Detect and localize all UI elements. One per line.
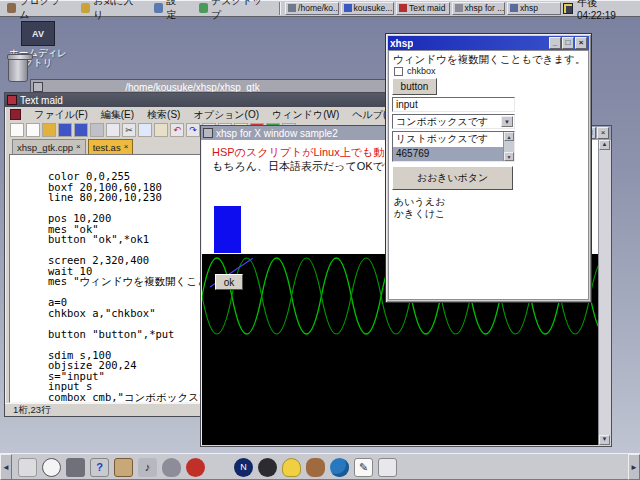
window-icon [7,95,17,105]
bottom-panel [0,453,640,480]
window-title: xhsp [390,38,413,49]
gnome-foot-icon[interactable] [162,458,181,477]
menu-label: お気に入り [93,0,140,22]
paste-icon[interactable] [154,123,168,137]
menu-programs[interactable]: プログラム [0,0,74,16]
combo-dropdown-icon[interactable] [501,116,513,127]
home-directory-icon: AV [21,21,55,46]
print-icon[interactable] [90,123,104,137]
scroll-up-icon[interactable]: ▲ [504,132,514,141]
panel-hide-right-button[interactable] [628,454,640,480]
settings-menu-icon [154,3,163,13]
programs-menu-icon [7,3,16,13]
top-panel: プログラム お気に入り 設定 デスクトップ /home/ko... kousuk… [0,0,640,17]
panel-separator [279,2,281,15]
menu-options[interactable]: オプション(O) [193,108,259,122]
trash-icon [8,56,28,82]
folder-window-icon [344,4,352,12]
save-icon[interactable] [58,123,72,137]
ok-button[interactable]: ok [215,274,243,290]
lightbulb-icon[interactable] [282,458,301,477]
cut-icon[interactable] [122,123,136,137]
new-file-icon[interactable] [10,123,24,137]
menu-edit[interactable]: 編集(E) [101,108,134,122]
notes-icon[interactable] [354,458,373,477]
fish-icon[interactable] [306,458,325,477]
tab-close-icon[interactable] [124,143,129,151]
applet-icon[interactable] [378,458,397,477]
maximize-button[interactable] [562,37,574,49]
list-item-selected[interactable]: 465769 [393,147,504,162]
copy-icon[interactable] [138,123,152,137]
window-icon [33,82,43,92]
menu-settings[interactable]: 設定 [147,0,192,16]
clock-icon [563,3,573,14]
window-icon [203,128,213,138]
save-as-icon[interactable] [74,123,88,137]
tab-close-icon[interactable] [76,143,81,151]
window-title: /home/kousuke/xhsp/xhsp_gtk [125,82,260,93]
menu-search[interactable]: 検索(S) [147,108,180,122]
window-xhsp: xhsp ウィンドウを複数開くこともできます。 chkbox button in… [385,33,592,303]
xhsp-client-area: ウィンドウを複数開くこともできます。 chkbox button input コ… [388,50,589,300]
close-button[interactable] [575,37,587,49]
desktop-menu-icon [199,3,208,13]
netscape-icon[interactable] [234,458,253,477]
task-button-home-terminal[interactable]: /home/ko... [285,2,338,15]
tab-test-as[interactable]: test.as [88,139,134,154]
clock-gauge-icon[interactable] [42,458,61,477]
terminal-icon [288,4,296,12]
panel-clock: 午後 04:22:19 [563,0,640,21]
seal-icon[interactable] [18,458,37,477]
undo-icon[interactable] [170,123,184,137]
open-folder-icon[interactable] [42,123,56,137]
listbox-scrollbar[interactable]: ▲ ▼ [503,132,514,161]
bug-icon[interactable] [258,458,277,477]
menu-desktop[interactable]: デスクトップ [192,0,275,16]
big-button[interactable]: おおきいボタン [392,166,513,190]
xhsp-titlebar[interactable]: xhsp [388,36,589,50]
mes-line-2: かきくけこ [394,207,445,221]
help-icon[interactable] [90,458,109,477]
close-button[interactable] [597,127,609,139]
menu-favorites[interactable]: お気に入り [74,0,147,16]
gimp-icon[interactable] [186,458,205,477]
xhsp-icon [510,4,518,12]
list-item[interactable]: リストボックスです [393,132,504,147]
task-button-kousuke[interactable]: kousuke... [341,2,394,15]
menu-label: デスクトップ [211,0,268,22]
preview-icon[interactable] [106,123,120,137]
task-button-text-maid[interactable]: Text maid [396,2,449,15]
combobox[interactable]: コンボボックスです [392,114,515,129]
task-button-xhsp[interactable]: xhsp [507,2,560,15]
globe-icon[interactable] [330,458,349,477]
checkbox[interactable] [394,67,403,76]
task-button-xhsp-sample[interactable]: xhsp for ... [452,2,505,15]
panel-hide-left-button[interactable] [0,454,12,480]
cursor-position: 1桁,23行 [13,404,51,417]
menu-file[interactable]: ファイル(F) [34,108,88,122]
hsp-message-black: もちろん、日本語表示だってOKです [212,159,395,174]
chkbox-row: chkbox [394,66,436,76]
input-field[interactable]: input [392,97,515,112]
window-title: xhsp for X window sample2 [216,128,338,139]
sample2-scrollbar[interactable]: ▲ ▼ [598,140,610,445]
menu-window[interactable]: ウィンドウ(W) [272,108,339,122]
redo-icon[interactable] [186,123,200,137]
app-menu-icon[interactable] [10,109,21,120]
minimize-button[interactable] [549,37,561,49]
scroll-down-icon[interactable]: ▼ [599,435,610,445]
window-title: Text maid [20,95,63,106]
xhsp-window-icon [455,4,463,12]
tools-icon[interactable] [66,458,85,477]
drawer-icon[interactable] [114,458,133,477]
scroll-up-icon[interactable]: ▲ [599,140,610,150]
scroll-down-icon[interactable]: ▼ [504,152,514,161]
favorites-menu-icon [81,3,90,13]
sound-icon[interactable] [138,458,157,477]
xhsp-message: ウィンドウを複数開くこともできます。 [393,53,585,67]
new-window-icon[interactable] [26,123,40,137]
listbox[interactable]: リストボックスです 465769 ▲ ▼ [392,131,515,162]
tab-xhsp-gtk-cpp[interactable]: xhsp_gtk.cpp [12,139,86,154]
button-control[interactable]: button [392,78,437,95]
